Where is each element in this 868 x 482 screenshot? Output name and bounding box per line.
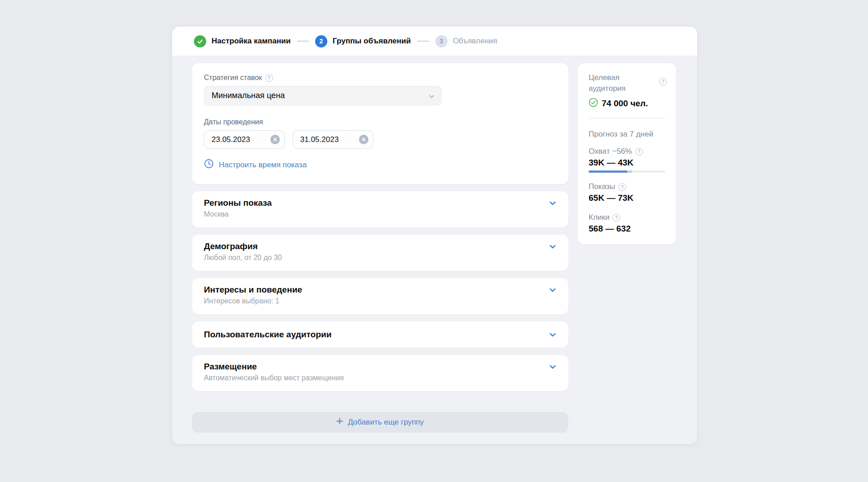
stepper: Настройка кампании 2 Группы объявлений 3… <box>172 27 697 56</box>
impressions-label: Показы <box>589 182 615 192</box>
accordion-title: Регионы показа <box>204 198 541 208</box>
reach-progress-fill-light <box>627 170 632 173</box>
forecast-sidebar: Целевая аудитория 74 000 чел. Прогноз за… <box>578 63 676 244</box>
clear-date-icon[interactable] <box>359 135 368 144</box>
clock-icon <box>204 159 214 171</box>
accordion-subtitle: Автоматический выбор мест размещения <box>204 373 541 383</box>
add-group-button[interactable]: Добавить еще группу <box>192 412 568 433</box>
accordion-placement[interactable]: Размещение Автоматический выбор мест раз… <box>192 355 568 391</box>
target-audience-value: 74 000 чел. <box>602 98 648 109</box>
date-start-value: 23.05.2023 <box>212 135 250 144</box>
chevron-down-icon[interactable] <box>549 286 557 296</box>
date-start-input[interactable]: 23.05.2023 <box>204 130 285 149</box>
chevron-down-icon <box>428 93 435 102</box>
help-icon[interactable] <box>265 74 273 82</box>
dates-label: Даты проведения <box>204 118 263 126</box>
clicks-label-row: Клики <box>589 213 665 222</box>
reach-value: 39K — 43K <box>589 157 665 168</box>
bid-strategy-select[interactable]: Минимальная цена <box>204 86 442 105</box>
step-label: Настройка кампании <box>212 37 291 46</box>
accordion-subtitle: Любой пол, от 20 до 30 <box>204 253 541 262</box>
accordion-title: Демография <box>204 241 541 252</box>
plus-icon <box>336 418 343 427</box>
divider <box>589 118 665 118</box>
step-done-check-icon <box>194 35 206 47</box>
help-icon[interactable] <box>635 148 643 156</box>
step-campaign-settings[interactable]: Настройка кампании <box>194 35 291 47</box>
help-icon[interactable] <box>618 183 626 191</box>
campaign-editor-card: Настройка кампании 2 Группы объявлений 3… <box>172 27 697 444</box>
dates-row: 23.05.2023 31.05.2023 <box>204 130 557 149</box>
step-label: Группы объявлений <box>333 37 411 46</box>
bid-strategy-value: Минимальная цена <box>212 91 285 100</box>
reach-progress-bar <box>589 170 665 173</box>
chevron-down-icon[interactable] <box>549 243 557 252</box>
forecast-title: Прогноз за 7 дней <box>589 129 665 139</box>
impressions-label-row: Показы <box>589 182 665 192</box>
clear-date-icon[interactable] <box>270 135 280 144</box>
reach-label: Охват ~56% <box>589 146 632 156</box>
accordion-demographics[interactable]: Демография Любой пол, от 20 до 30 <box>192 235 568 271</box>
step-label: Объявления <box>453 37 497 46</box>
date-end-input[interactable]: 31.05.2023 <box>292 130 373 149</box>
accordion-title: Интересы и поведение <box>204 284 541 295</box>
bid-strategy-label: Стратегия ставок <box>204 74 262 82</box>
check-circle-icon <box>589 98 598 109</box>
bid-strategy-label-row: Стратегия ставок <box>204 73 557 82</box>
schedule-time-link[interactable]: Настроить время показа <box>204 159 307 171</box>
dates-label-row: Даты проведения <box>204 118 557 127</box>
schedule-time-label: Настроить время показа <box>219 161 307 170</box>
accordion-subtitle: Москва <box>204 210 541 219</box>
clicks-label: Клики <box>589 213 609 222</box>
chevron-down-icon[interactable] <box>549 199 557 209</box>
clicks-value: 568 — 632 <box>589 223 665 234</box>
step-ads[interactable]: 3 Объявления <box>435 35 497 47</box>
accordion-interests[interactable]: Интересы и поведение Интересов выбрано: … <box>192 278 568 314</box>
date-end-value: 31.05.2023 <box>300 135 339 144</box>
add-group-label: Добавить еще группу <box>348 418 424 427</box>
accordion-title: Размещение <box>204 361 541 372</box>
step-number-badge: 3 <box>435 35 448 47</box>
reach-progress-fill <box>589 170 627 173</box>
accordion-regions[interactable]: Регионы показа Москва <box>192 191 568 227</box>
stepper-divider <box>417 41 429 42</box>
chevron-down-icon[interactable] <box>549 331 557 340</box>
target-audience-label: Целевая аудитория <box>589 72 643 94</box>
impressions-value: 65K — 73K <box>589 193 665 203</box>
accordion-subtitle: Интересов выбрано: 1 <box>204 297 541 306</box>
step-number-badge: 2 <box>315 35 327 47</box>
help-icon[interactable] <box>613 214 620 222</box>
group-settings-card: Стратегия ставок Минимальная цена Даты п… <box>192 63 568 184</box>
accordion-title: Пользовательские аудитории <box>204 329 541 340</box>
target-audience-row: 74 000 чел. <box>589 98 665 109</box>
stepper-divider <box>297 41 309 42</box>
accordion-custom-audiences[interactable]: Пользовательские аудитории <box>192 321 568 348</box>
chevron-down-icon[interactable] <box>549 363 557 373</box>
help-icon[interactable] <box>659 78 667 85</box>
reach-label-row: Охват ~56% <box>589 146 665 156</box>
step-ad-groups[interactable]: 2 Группы объявлений <box>315 35 411 47</box>
